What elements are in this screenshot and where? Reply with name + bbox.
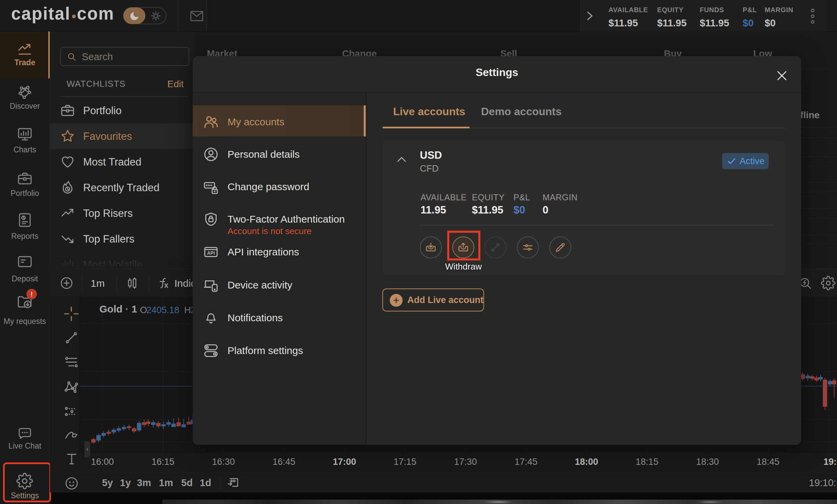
svg-text:API: API xyxy=(207,251,215,256)
